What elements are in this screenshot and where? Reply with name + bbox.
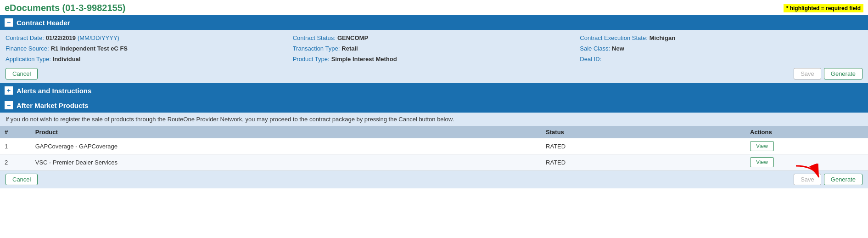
contract-cancel-button[interactable]: Cancel xyxy=(6,68,38,79)
col-header-num: # xyxy=(0,126,31,138)
table-row: 1 GAPCoverage - GAPCoverage RATED View xyxy=(0,138,868,154)
contract-status-field: Contract Status: GENCOMP xyxy=(293,34,576,42)
after-market-body: If you do not wish to register the sale … xyxy=(0,113,868,188)
deal-id-field: Deal ID: xyxy=(580,55,862,63)
row-status: RATED xyxy=(541,138,745,154)
products-table-header: # Product Status Actions xyxy=(0,126,868,138)
contract-status-value: GENCOMP xyxy=(337,34,368,41)
finance-source-value: R1 Independent Test eC FS xyxy=(51,45,128,52)
contract-date-field: Contract Date: 01/22/2019 (MM/DD/YYYY) xyxy=(6,34,288,42)
contract-header-toggle[interactable]: − xyxy=(5,18,13,27)
bottom-right-buttons: Save Generate xyxy=(794,174,862,185)
after-market-toggle[interactable]: − xyxy=(5,101,13,109)
contract-fields-grid: Contract Date: 01/22/2019 (MM/DD/YYYY) C… xyxy=(6,34,862,63)
application-type-field: Application Type: Individual xyxy=(6,55,288,63)
application-type-value: Individual xyxy=(53,56,81,62)
contract-header-section-header: − Contract Header xyxy=(0,15,868,30)
row-product: GAPCoverage - GAPCoverage xyxy=(31,138,541,154)
bottom-actions: Cancel Save Generate xyxy=(0,170,868,188)
contract-status-label: Contract Status: xyxy=(293,34,336,41)
contract-right-buttons: Save Generate xyxy=(794,68,862,79)
finance-source-label: Finance Source: xyxy=(6,45,49,52)
alerts-toggle[interactable]: + xyxy=(5,86,13,95)
row-num: 2 xyxy=(0,154,31,170)
bottom-cancel-button[interactable]: Cancel xyxy=(6,174,38,185)
sale-class-value: New xyxy=(612,45,624,52)
transaction-type-value: Retail xyxy=(342,45,358,52)
row-product: VSC - Premier Dealer Services xyxy=(31,154,541,170)
sale-class-label: Sale Class: xyxy=(580,45,610,52)
row-actions: View xyxy=(745,138,868,154)
arrow-indicator xyxy=(791,164,823,184)
alerts-section: + Alerts and Instructions xyxy=(0,83,868,98)
col-header-status: Status xyxy=(541,126,745,138)
bottom-generate-button[interactable]: Generate xyxy=(824,174,862,185)
col-header-product: Product xyxy=(31,126,541,138)
sale-class-field: Sale Class: New xyxy=(580,44,862,53)
product-type-value: Simple Interest Method xyxy=(331,56,397,62)
products-table: # Product Status Actions 1 GAPCoverage -… xyxy=(0,126,868,170)
contract-save-button[interactable]: Save xyxy=(794,68,821,79)
transaction-type-label: Transaction Type: xyxy=(293,45,340,52)
contract-header-actions: Cancel Save Generate xyxy=(6,65,862,81)
contract-header-label: Contract Header xyxy=(17,19,70,27)
contract-generate-button[interactable]: Generate xyxy=(824,68,862,79)
contract-date-format: (MM/DD/YYYY) xyxy=(78,34,119,41)
contract-header-body: Contract Date: 01/22/2019 (MM/DD/YYYY) C… xyxy=(0,30,868,83)
top-bar: eDocuments (01-3-9982155) * highlighted … xyxy=(0,0,868,15)
col-header-actions: Actions xyxy=(745,126,868,138)
view-button[interactable]: View xyxy=(750,141,774,151)
contract-date-value: 01/22/2019 xyxy=(46,34,76,41)
required-field-note: * highlighted = required field xyxy=(784,4,863,12)
after-market-section-header: − After Market Products xyxy=(0,98,868,113)
contract-date-label: Contract Date: xyxy=(6,34,44,41)
after-market-description: If you do not wish to register the sale … xyxy=(0,113,868,126)
application-type-label: Application Type: xyxy=(6,56,51,62)
contract-execution-state-label: Contract Execution State: xyxy=(580,34,647,41)
page-title: eDocuments (01-3-9982155) xyxy=(5,3,125,13)
products-table-body: 1 GAPCoverage - GAPCoverage RATED View 2… xyxy=(0,138,868,170)
transaction-type-field: Transaction Type: Retail xyxy=(293,44,576,53)
view-button[interactable]: View xyxy=(750,157,774,167)
contract-execution-state-field: Contract Execution State: Michigan xyxy=(580,34,862,42)
finance-source-field: Finance Source: R1 Independent Test eC F… xyxy=(6,44,288,53)
product-type-label: Product Type: xyxy=(293,56,330,62)
alerts-section-header: + Alerts and Instructions xyxy=(0,83,868,98)
table-row: 2 VSC - Premier Dealer Services RATED Vi… xyxy=(0,154,868,170)
contract-execution-state-value: Michigan xyxy=(650,34,675,41)
row-num: 1 xyxy=(0,138,31,154)
alerts-section-label: Alerts and Instructions xyxy=(17,87,91,95)
after-market-section-label: After Market Products xyxy=(17,102,89,109)
product-type-field: Product Type: Simple Interest Method xyxy=(293,55,576,63)
deal-id-label: Deal ID: xyxy=(580,56,601,62)
row-status: RATED xyxy=(541,154,745,170)
